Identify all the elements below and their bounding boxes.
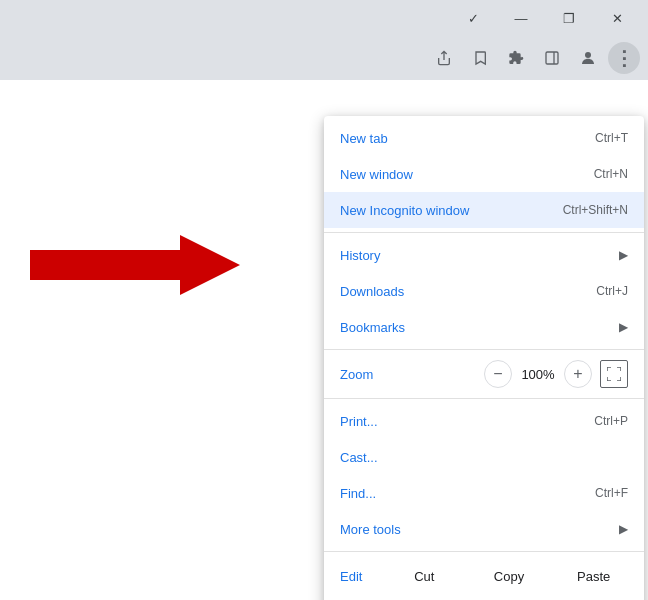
bookmark-icon[interactable] [464, 42, 496, 74]
menu-item-downloads[interactable]: Downloads Ctrl+J [324, 273, 644, 309]
svg-rect-0 [546, 52, 558, 64]
copy-button[interactable]: Copy [467, 563, 552, 590]
menu-item-print[interactable]: Print... Ctrl+P [324, 403, 644, 439]
context-menu: New tab Ctrl+T New window Ctrl+N New Inc… [324, 116, 644, 600]
menu-item-cast[interactable]: Cast... [324, 439, 644, 475]
menu-item-find[interactable]: Find... Ctrl+F [324, 475, 644, 511]
profile-icon[interactable] [572, 42, 604, 74]
svg-point-2 [585, 52, 591, 58]
edit-row: Edit Cut Copy Paste [324, 556, 644, 596]
menu-item-more-tools[interactable]: More tools ▶ [324, 511, 644, 547]
svg-marker-3 [30, 235, 240, 295]
fullscreen-button[interactable] [600, 360, 628, 388]
zoom-row: Zoom − 100% + [324, 354, 644, 394]
extensions-icon[interactable] [500, 42, 532, 74]
menu-item-history[interactable]: History ▶ [324, 237, 644, 273]
title-bar: ✓ — ❐ ✕ [0, 0, 648, 36]
menu-item-new-window[interactable]: New window Ctrl+N [324, 156, 644, 192]
sidebar-icon[interactable] [536, 42, 568, 74]
share-icon[interactable] [428, 42, 460, 74]
cut-button[interactable]: Cut [382, 563, 467, 590]
check-button[interactable]: ✓ [450, 2, 496, 34]
divider-4 [324, 551, 644, 552]
minimize-button[interactable]: — [498, 2, 544, 34]
toolbar: ⋮ [428, 40, 640, 80]
zoom-controls: − 100% + [484, 360, 628, 388]
menu-item-bookmarks[interactable]: Bookmarks ▶ [324, 309, 644, 345]
divider-2 [324, 349, 644, 350]
page-area: New tab Ctrl+T New window Ctrl+N New Inc… [0, 80, 648, 600]
close-button[interactable]: ✕ [594, 2, 640, 34]
zoom-in-button[interactable]: + [564, 360, 592, 388]
paste-button[interactable]: Paste [551, 563, 636, 590]
zoom-out-button[interactable]: − [484, 360, 512, 388]
menu-item-incognito[interactable]: New Incognito window Ctrl+Shift+N [324, 192, 644, 228]
red-arrow [30, 235, 240, 299]
menu-icon[interactable]: ⋮ [608, 42, 640, 74]
menu-item-new-tab[interactable]: New tab Ctrl+T [324, 120, 644, 156]
divider-1 [324, 232, 644, 233]
restore-button[interactable]: ❐ [546, 2, 592, 34]
divider-3 [324, 398, 644, 399]
tab-bar: ⋮ [0, 36, 648, 80]
